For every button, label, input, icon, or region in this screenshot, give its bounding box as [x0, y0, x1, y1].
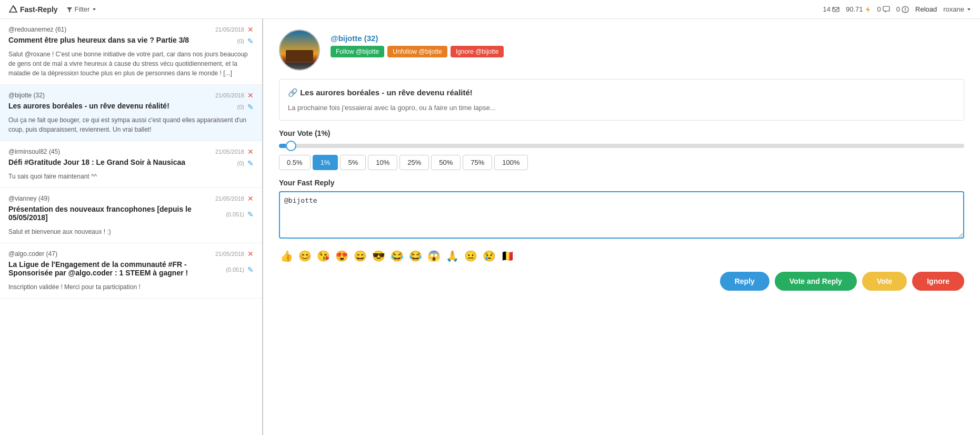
- flag-icon: [902, 6, 909, 13]
- post-preview: Oui ça ne fait que bouger, ce qui est sy…: [8, 115, 254, 134]
- messages-badge: 14: [823, 5, 839, 13]
- post-title: Les aurores boréales - un rêve devenu ré…: [8, 102, 169, 110]
- svg-marker-5: [866, 6, 870, 13]
- post-date-area: 21/05/2018 ✕: [215, 250, 254, 258]
- post-author: @bijotte (32): [8, 92, 45, 99]
- vote-preset-50[interactable]: 50%: [431, 155, 461, 170]
- post-title: Comment être plus heureux dans sa vie ? …: [8, 36, 189, 44]
- edit-icon[interactable]: ✎: [247, 37, 254, 45]
- post-title: Présentation des nouveaux francophones […: [8, 205, 226, 222]
- post-preview: Salut @roxane ! C'est une bonne initiati…: [8, 50, 254, 78]
- vote-preset-0.5[interactable]: 0.5%: [279, 155, 311, 170]
- vote-and-reply-button[interactable]: Vote and Reply: [775, 272, 857, 291]
- emoji-laughing[interactable]: 😂: [408, 249, 423, 263]
- list-item[interactable]: @redouanemez (61) 21/05/2018 ✕ Comment ê…: [0, 19, 262, 85]
- fast-reply-input[interactable]: @bijotte: [279, 191, 964, 239]
- post-actions: (0.051) ✎: [226, 265, 254, 274]
- vote-label: Your Vote (1%): [279, 129, 964, 137]
- delete-icon[interactable]: ✕: [247, 194, 254, 203]
- svg-marker-11: [967, 8, 971, 11]
- topbar: Fast-Reply Filter 14 90.71 0 0 Reload ro…: [0, 0, 980, 19]
- vote-slider[interactable]: [279, 144, 964, 148]
- edit-icon[interactable]: ✎: [247, 103, 254, 111]
- messages-count: 14: [823, 5, 831, 13]
- unfollow-button[interactable]: Unfollow @bijotte: [387, 46, 447, 57]
- post-date: 21/05/2018: [215, 251, 244, 257]
- post-actions: (0) ✎: [237, 159, 254, 167]
- profile-username[interactable]: @bijotte (32): [331, 34, 504, 43]
- emoji-scream[interactable]: 😱: [426, 249, 442, 263]
- power-badge: 90.71: [846, 5, 871, 13]
- reload-button[interactable]: Reload: [915, 5, 937, 13]
- filter-button[interactable]: Filter: [66, 5, 97, 13]
- logo: Fast-Reply: [8, 5, 58, 14]
- post-meta: Comment être plus heureux dans sa vie ? …: [8, 36, 254, 46]
- list-item[interactable]: @irminsoul82 (45) 21/05/2018 ✕ Défi #Gra…: [0, 141, 262, 188]
- vote-presets: 0.5% 1% 5% 10% 25% 50% 75% 100%: [279, 155, 964, 170]
- user-menu[interactable]: roxane: [943, 5, 972, 13]
- reply-button[interactable]: Reply: [720, 272, 769, 291]
- comments-count: 0: [877, 5, 881, 13]
- filter-label: Filter: [75, 5, 90, 13]
- lightning-icon: [865, 6, 871, 13]
- vote-preset-25[interactable]: 25%: [399, 155, 429, 170]
- delete-icon[interactable]: ✕: [247, 91, 254, 100]
- post-date-area: 21/05/2018 ✕: [215, 25, 254, 34]
- vote-section: Your Vote (1%) 0.5% 1% 5% 10% 25% 50% 75…: [279, 129, 964, 170]
- edit-icon[interactable]: ✎: [247, 210, 254, 219]
- edit-icon[interactable]: ✎: [247, 159, 254, 167]
- filter-icon: [66, 6, 73, 13]
- post-author: @redouanemez (61): [8, 26, 66, 33]
- post-actions: (0) ✎: [237, 37, 254, 45]
- post-header: @vianney (49) 21/05/2018 ✕: [8, 194, 254, 203]
- post-meta: Défi #Gratitude Jour 18 : Le Grand Soir …: [8, 158, 254, 169]
- fast-reply-section: Your Fast Reply @bijotte: [279, 179, 964, 240]
- ignore-post-button[interactable]: Ignore: [912, 272, 964, 291]
- delete-icon[interactable]: ✕: [247, 250, 254, 258]
- comment-icon: [883, 6, 890, 13]
- vote-preset-1[interactable]: 1%: [313, 155, 338, 170]
- user-chevron-icon: [966, 7, 972, 12]
- emoji-cry[interactable]: 😢: [482, 249, 497, 263]
- ignore-profile-button[interactable]: Ignore @bijotte: [451, 46, 504, 57]
- vote-preset-75[interactable]: 75%: [463, 155, 492, 170]
- post-title: La Ligue de l'Engagement de la communaut…: [8, 260, 226, 277]
- vote-preset-100[interactable]: 100%: [494, 155, 527, 170]
- vote-preset-5[interactable]: 5%: [340, 155, 366, 170]
- logo-icon: [8, 5, 18, 14]
- post-count: (0): [237, 38, 244, 44]
- emoji-sunglasses[interactable]: 😎: [371, 249, 386, 263]
- mail-icon: [832, 6, 839, 13]
- post-date-area: 21/05/2018 ✕: [215, 91, 254, 100]
- emoji-thumbsup[interactable]: 👍: [279, 249, 294, 263]
- post-preview: Tu sais quoi faire maintenant ^^: [8, 172, 254, 181]
- main-layout: @redouanemez (61) 21/05/2018 ✕ Comment ê…: [0, 19, 980, 435]
- follow-button[interactable]: Follow @bijotte: [331, 46, 384, 57]
- emoji-bar: 👍 😊 😘 😍 😄 😎 😂 😂 😱 🙏 😐 😢 🇧🇪: [279, 249, 964, 263]
- emoji-grin[interactable]: 😄: [353, 249, 368, 263]
- emoji-flag-be[interactable]: 🇧🇪: [500, 249, 515, 263]
- vote-button[interactable]: Vote: [862, 272, 907, 291]
- emoji-heart-eyes[interactable]: 😍: [334, 249, 349, 263]
- delete-icon[interactable]: ✕: [247, 147, 254, 156]
- action-buttons: Reply Vote and Reply Vote Ignore: [279, 272, 964, 291]
- vote-slider-container: [279, 142, 964, 150]
- edit-icon[interactable]: ✎: [247, 265, 254, 274]
- list-item[interactable]: @bijotte (32) 21/05/2018 ✕ Les aurores b…: [0, 85, 262, 141]
- flag-count: 0: [896, 5, 900, 13]
- post-actions: (0.051) ✎: [226, 210, 254, 219]
- list-item[interactable]: @algo.coder (47) 21/05/2018 ✕ La Ligue d…: [0, 243, 262, 299]
- list-item[interactable]: @vianney (49) 21/05/2018 ✕ Présentation …: [0, 188, 262, 243]
- vote-preset-10[interactable]: 10%: [368, 155, 397, 170]
- emoji-smile[interactable]: 😊: [297, 249, 313, 263]
- post-content-box: 🔗 Les aurores boréales - un rêve devenu …: [279, 79, 964, 121]
- emoji-kiss[interactable]: 😘: [316, 249, 331, 263]
- emoji-pray[interactable]: 🙏: [445, 249, 460, 263]
- delete-icon[interactable]: ✕: [247, 25, 254, 34]
- post-header: @algo.coder (47) 21/05/2018 ✕: [8, 250, 254, 258]
- topbar-stats: 14 90.71 0 0 Reload roxane: [823, 5, 972, 13]
- emoji-neutral[interactable]: 😐: [463, 249, 478, 263]
- post-preview: Inscription validée ! Merci pour ta part…: [8, 282, 254, 292]
- emoji-joy[interactable]: 😂: [389, 249, 405, 263]
- avatar: [279, 29, 320, 71]
